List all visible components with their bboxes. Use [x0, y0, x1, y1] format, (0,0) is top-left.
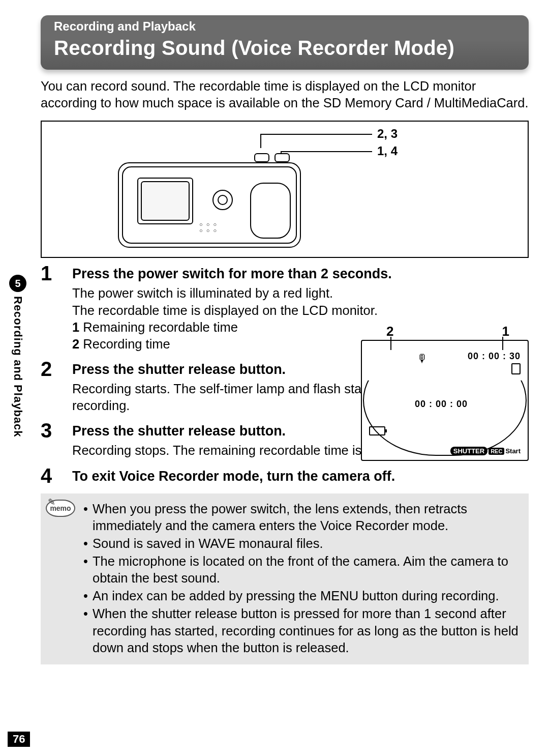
step-4: To exit Voice Recorder mode, turn the ca… — [41, 468, 529, 485]
memo-item-5: When the shutter release button is press… — [83, 605, 520, 656]
step-1-sub-1-text: Remaining recordable time — [83, 320, 238, 334]
step-1-sub-1-num: 1 — [72, 320, 79, 334]
step-1-title: Press the power switch for more than 2 s… — [72, 265, 529, 283]
memo-item-4: An index can be added by pressing the ME… — [83, 588, 520, 604]
lcd-time-recording: 00 : 00 : 00 — [415, 399, 468, 410]
lcd-illustration: 2 1 🎙 00 : 00 : 30 00 : 00 : 00 SHUTTERR… — [361, 340, 529, 461]
side-rail: 5 Recording and Playback — [8, 275, 28, 438]
card-icon — [511, 363, 521, 374]
microphone-icon: 🎙 — [417, 352, 428, 365]
battery-icon — [369, 426, 385, 435]
lcd-shutter-hint: SHUTTERRECStart — [450, 447, 521, 455]
intro-paragraph: You can record sound. The recordable tim… — [41, 78, 529, 111]
memo-item-2: Sound is saved in WAVE monaural files. — [83, 535, 520, 552]
step-1-body: The power switch is illuminated by a red… — [72, 285, 529, 318]
side-label: Recording and Playback — [11, 296, 24, 438]
diagram-callout-top: 2, 3 — [377, 127, 398, 141]
chapter-number: 5 — [9, 275, 26, 292]
memo-icon: ✎ memo — [46, 500, 78, 523]
section-label: Recording and Playback — [54, 19, 515, 34]
memo-box: ✎ memo When you press the power switch, … — [41, 493, 529, 664]
diagram-callout-bottom: 1, 4 — [377, 144, 398, 158]
step-4-title: To exit Voice Recorder mode, turn the ca… — [72, 468, 529, 485]
step-1-sub-2-text: Recording time — [83, 337, 170, 351]
lcd-time-remaining: 00 : 00 : 30 — [468, 351, 521, 362]
page-number: 76 — [8, 732, 30, 747]
memo-item-3: The microphone is located on the front o… — [83, 553, 520, 587]
camera-diagram: 2, 3 1, 4 ○ ○ ○○ ○ ○ — [41, 121, 529, 258]
page-header: Recording and Playback Recording Sound (… — [41, 15, 529, 70]
memo-item-1: When you press the power switch, the len… — [83, 501, 520, 534]
page-title: Recording Sound (Voice Recorder Mode) — [54, 37, 515, 60]
step-1-sub-2-num: 2 — [72, 337, 79, 351]
